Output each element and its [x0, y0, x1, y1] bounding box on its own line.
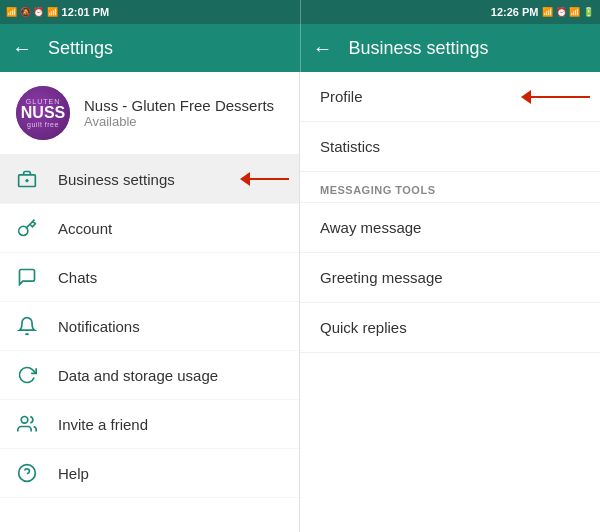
sidebar-item-invite[interactable]: Invite a friend [0, 400, 299, 449]
arrow-line [249, 178, 289, 180]
sidebar-item-help[interactable]: Help [0, 449, 299, 498]
profile-status: Available [84, 114, 283, 129]
sidebar-item-chats[interactable]: Chats [0, 253, 299, 302]
right-menu-label-away-message: Away message [320, 219, 421, 236]
right-menu-label-quick-replies: Quick replies [320, 319, 407, 336]
sidebar-item-label-business-settings: Business settings [58, 171, 175, 188]
sidebar-item-business-settings[interactable]: Business settings [0, 155, 299, 204]
avatar: gluten NUSS guilt free [16, 86, 70, 140]
svg-point-3 [21, 417, 28, 424]
profile-info: Nuss - Gluten Free Desserts Available [84, 97, 283, 129]
left-panel: gluten NUSS guilt free Nuss - Gluten Fre… [0, 72, 300, 532]
sidebar-item-label-invite: Invite a friend [58, 416, 148, 433]
messaging-tools-section-label: MESSAGING TOOLS [300, 172, 600, 203]
right-menu-label-statistics: Statistics [320, 138, 380, 155]
account-icon [16, 218, 38, 238]
main-content: gluten NUSS guilt free Nuss - Gluten Fre… [0, 72, 600, 532]
status-bar-right: 12:26 PM 📶 ⏰ 📶 🔋 [301, 0, 601, 24]
data-storage-icon [16, 365, 38, 385]
right-menu-item-quick-replies[interactable]: Quick replies [300, 303, 600, 353]
right-header-title: Business settings [349, 38, 489, 59]
status-icons-right: 📶 ⏰ 📶 🔋 [542, 7, 594, 17]
right-menu-label-greeting-message: Greeting message [320, 269, 443, 286]
header-left: ← Settings [0, 24, 300, 72]
right-menu-item-greeting-message[interactable]: Greeting message [300, 253, 600, 303]
status-time-right: 12:26 PM [491, 6, 539, 18]
right-menu-item-profile[interactable]: Profile [300, 72, 600, 122]
back-button-right[interactable]: ← [313, 37, 333, 60]
header-right: ← Business settings [301, 24, 601, 72]
help-icon [16, 463, 38, 483]
invite-icon [16, 414, 38, 434]
back-button-left[interactable]: ← [12, 37, 32, 60]
profile-name: Nuss - Gluten Free Desserts [84, 97, 283, 114]
sidebar-item-label-chats: Chats [58, 269, 97, 286]
right-menu-label-profile: Profile [320, 88, 363, 105]
chats-icon [16, 267, 38, 287]
arrow-annotation-left [240, 172, 289, 186]
right-panel: ProfileStatisticsMESSAGING TOOLSAway mes… [300, 72, 600, 532]
profile-section[interactable]: gluten NUSS guilt free Nuss - Gluten Fre… [0, 72, 299, 155]
arrow-annotation-right [521, 90, 590, 104]
sidebar-item-label-data-storage: Data and storage usage [58, 367, 218, 384]
right-menu-item-away-message[interactable]: Away message [300, 203, 600, 253]
sidebar-item-data-storage[interactable]: Data and storage usage [0, 351, 299, 400]
right-menu: ProfileStatisticsMESSAGING TOOLSAway mes… [300, 72, 600, 353]
arrow-line-right [530, 96, 590, 98]
status-time-left: 12:01 PM [62, 6, 110, 18]
sidebar-item-account[interactable]: Account [0, 204, 299, 253]
sidebar-item-label-account: Account [58, 220, 112, 237]
left-header-title: Settings [48, 38, 113, 59]
sidebar-item-label-help: Help [58, 465, 89, 482]
sidebar-item-label-notifications: Notifications [58, 318, 140, 335]
right-menu-item-statistics[interactable]: Statistics [300, 122, 600, 172]
left-menu: Business settingsAccountChatsNotificatio… [0, 155, 299, 498]
sidebar-item-notifications[interactable]: Notifications [0, 302, 299, 351]
status-bars: 📶 🔕 ⏰ 📶 12:01 PM 12:26 PM 📶 ⏰ 📶 🔋 [0, 0, 600, 24]
business-settings-icon [16, 169, 38, 189]
notifications-icon [16, 316, 38, 336]
status-bar-left: 📶 🔕 ⏰ 📶 12:01 PM [0, 0, 300, 24]
status-icons-left: 📶 🔕 ⏰ 📶 [6, 7, 58, 17]
header-bars: ← Settings ← Business settings [0, 24, 600, 72]
